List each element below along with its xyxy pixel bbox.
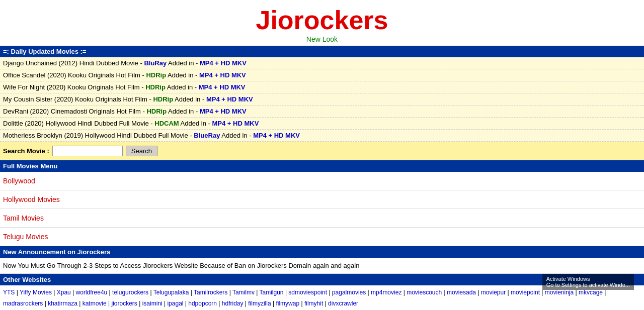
daily-movies-bar: =: Daily Updated Movies := bbox=[0, 46, 644, 57]
movie-quality[interactable]: HDRip bbox=[146, 108, 167, 115]
full-movies-menu-bar: Full Movies Menu bbox=[0, 160, 644, 172]
movie-format[interactable]: MP4 + HD MKV bbox=[212, 120, 259, 127]
movie-list: Django Unchained (2012) Hindi Dubbed Mov… bbox=[0, 57, 644, 142]
menu-section: BollywoodHollywood MoviesTamil MoviesTel… bbox=[0, 172, 644, 246]
other-site-link[interactable]: jiorockers bbox=[111, 300, 137, 307]
other-site-link[interactable]: katmovie bbox=[83, 300, 107, 307]
movie-item: Wife For Night (2020) Kooku Originals Ho… bbox=[0, 81, 644, 93]
menu-item[interactable]: Tamil Movies bbox=[0, 209, 644, 228]
other-site-link[interactable]: Tamilgun bbox=[260, 289, 284, 296]
added-text: Added in - bbox=[167, 83, 197, 91]
other-site-link[interactable]: telugurockers bbox=[112, 289, 148, 296]
other-site-link[interactable]: moviepur bbox=[481, 289, 506, 296]
search-label: Search Movie : bbox=[3, 147, 49, 155]
movie-format[interactable]: MP4 + HD MKV bbox=[199, 83, 246, 91]
added-text: Added in - bbox=[181, 120, 210, 127]
menu-item[interactable]: Hollywood Movies bbox=[0, 190, 644, 209]
other-links: YTS | Yiffy Movies | Xpau | worldfree4u … bbox=[0, 285, 644, 310]
movie-quality[interactable]: HDRip bbox=[145, 83, 166, 91]
other-site-link[interactable]: Tamilrockers bbox=[194, 289, 227, 296]
other-site-link[interactable]: sdmoviespoint bbox=[288, 289, 327, 296]
movie-quality[interactable]: HDCAM bbox=[154, 120, 179, 127]
menu-item[interactable]: Telugu Movies bbox=[0, 228, 644, 246]
movie-format[interactable]: MP4 + HD MKV bbox=[253, 132, 300, 139]
movie-title: Wife For Night (2020) Kooku Originals Ho… bbox=[3, 83, 145, 91]
other-site-link[interactable]: divxcrawler bbox=[328, 300, 358, 307]
other-websites-bar: Other Websites bbox=[0, 274, 644, 285]
other-site-link[interactable]: madrasrockers bbox=[3, 300, 43, 307]
movie-title: Office Scandel (2020) Kooku Originals Ho… bbox=[3, 71, 146, 79]
other-site-link[interactable]: filmyzilla bbox=[248, 300, 271, 307]
movie-item: Django Unchained (2012) Hindi Dubbed Mov… bbox=[0, 57, 644, 69]
announcement-section: Now You Must Go Through 2-3 Steps to Acc… bbox=[0, 258, 644, 274]
site-header: Jiorockers New Look bbox=[0, 0, 644, 46]
other-site-link[interactable]: Xpau bbox=[57, 289, 71, 296]
movie-title: DevRani (2020) Cinemadosti Originals Hot… bbox=[3, 108, 146, 115]
search-section: Search Movie : Search bbox=[0, 142, 644, 160]
added-text: Added in - bbox=[168, 59, 198, 67]
movie-item: My Cousin Sister (2020) Kooku Originals … bbox=[0, 93, 644, 106]
other-site-link[interactable]: Yiffy Movies bbox=[20, 289, 52, 296]
other-site-link[interactable]: moviesada bbox=[447, 289, 476, 296]
site-subtitle: New Look bbox=[0, 35, 644, 43]
movie-quality[interactable]: BluRay bbox=[144, 59, 167, 67]
other-site-link[interactable]: Telugupalaka bbox=[153, 289, 189, 296]
search-input[interactable] bbox=[52, 146, 123, 156]
added-text: Added in - bbox=[175, 95, 204, 103]
added-text: Added in - bbox=[168, 108, 198, 115]
movie-format[interactable]: MP4 + HD MKV bbox=[206, 95, 253, 103]
movie-item: Dolittle (2020) Hollywood Hindi Dubbed F… bbox=[0, 118, 644, 130]
added-text: Added in - bbox=[221, 132, 251, 139]
movie-title: Dolittle (2020) Hollywood Hindi Dubbed F… bbox=[3, 120, 154, 127]
other-site-link[interactable]: movieninja bbox=[545, 289, 574, 296]
other-site-link[interactable]: hdfriday bbox=[222, 300, 244, 307]
movie-item: Office Scandel (2020) Kooku Originals Ho… bbox=[0, 69, 644, 81]
other-site-link[interactable]: ipagal bbox=[167, 300, 183, 307]
movie-item: Motherless Brooklyn (2019) Hollywood Hin… bbox=[0, 130, 644, 142]
other-site-link[interactable]: hdpopcorn bbox=[188, 300, 217, 307]
other-site-link[interactable]: Tamilmv bbox=[232, 289, 255, 296]
other-site-link[interactable]: pagalmovies bbox=[332, 289, 366, 296]
other-site-link[interactable]: mkvcage bbox=[579, 289, 603, 296]
movie-item: DevRani (2020) Cinemadosti Originals Hot… bbox=[0, 106, 644, 118]
movie-title: Django Unchained (2012) Hindi Dubbed Mov… bbox=[3, 59, 144, 67]
other-site-link[interactable]: khatirmaza bbox=[48, 300, 77, 307]
movie-format[interactable]: MP4 + HD MKV bbox=[200, 59, 247, 67]
other-site-link[interactable]: isaimini bbox=[142, 300, 163, 307]
movie-quality[interactable]: HDRip bbox=[153, 95, 173, 103]
other-site-link[interactable]: YTS bbox=[3, 289, 15, 296]
announcement-text: Now You Must Go Through 2-3 Steps to Acc… bbox=[0, 258, 644, 274]
other-site-link[interactable]: worldfree4u bbox=[76, 289, 108, 296]
other-site-link[interactable]: mp4moviez bbox=[371, 289, 401, 296]
movie-title: Motherless Brooklyn (2019) Hollywood Hin… bbox=[3, 132, 194, 139]
movie-format[interactable]: MP4 + HD MKV bbox=[200, 108, 247, 115]
other-site-link[interactable]: filmywap bbox=[276, 300, 299, 307]
site-title: Jiorockers bbox=[0, 5, 644, 35]
other-site-link[interactable]: moviescouch bbox=[407, 289, 442, 296]
movie-quality[interactable]: BlueRay bbox=[194, 132, 220, 139]
movie-format[interactable]: MP4 + HD MKV bbox=[199, 71, 246, 79]
movie-quality[interactable]: HDRip bbox=[146, 71, 166, 79]
other-site-link[interactable]: moviepoint bbox=[511, 289, 540, 296]
added-text: Added in - bbox=[168, 71, 197, 79]
other-site-link[interactable]: filmyhit bbox=[304, 300, 323, 307]
search-button[interactable]: Search bbox=[126, 146, 157, 156]
menu-item[interactable]: Bollywood bbox=[0, 172, 644, 190]
movie-title: My Cousin Sister (2020) Kooku Originals … bbox=[3, 95, 153, 103]
announcement-bar: New Announcement on Jiorockers bbox=[0, 246, 644, 258]
